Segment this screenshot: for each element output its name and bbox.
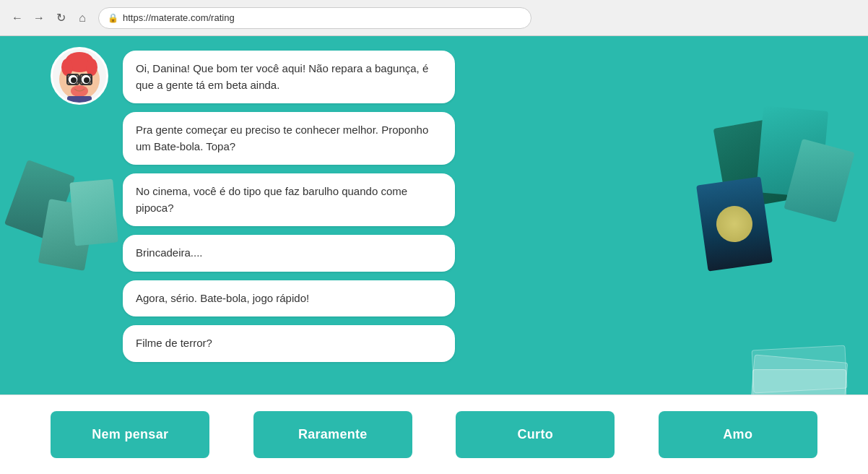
svg-rect-12: [67, 96, 92, 103]
svg-point-3: [86, 59, 97, 76]
url-text: https://materate.com/rating: [123, 12, 235, 23]
nem-pensar-button[interactable]: Nem pensar: [51, 411, 209, 458]
amo-button[interactable]: Amo: [659, 411, 817, 458]
et-moon: [714, 204, 755, 244]
browser-chrome: ← → ↻ ⌂ 🔒 https://materate.com/rating: [0, 0, 868, 36]
et-poster: [696, 176, 773, 271]
avatar: [51, 47, 108, 105]
money-stack: [752, 348, 846, 380]
nav-buttons: ← → ↻ ⌂: [9, 9, 91, 27]
home-button[interactable]: ⌂: [74, 9, 91, 27]
message-bubble-5: Agora, sério. Bate-bola, jogo rápido!: [123, 280, 455, 317]
svg-point-6: [71, 77, 77, 83]
forward-button[interactable]: →: [30, 9, 48, 27]
curto-button[interactable]: Curto: [456, 411, 615, 458]
raramente-button[interactable]: Raramente: [253, 411, 412, 458]
address-bar[interactable]: 🔒 https://materate.com/rating: [98, 7, 531, 29]
messages-container: Oi, Danina! Que bom ter você aqui! Não r…: [123, 51, 455, 362]
message-bubble-3: No cinema, você é do tipo que faz barulh…: [123, 173, 455, 226]
back-button[interactable]: ←: [9, 9, 26, 27]
message-bubble-2: Pra gente começar eu preciso te conhecer…: [123, 112, 455, 165]
lock-icon: 🔒: [108, 13, 118, 23]
message-bubble-6: Filme de terror?: [123, 325, 455, 362]
decorative-poster-3: [69, 179, 118, 246]
action-area: Nem pensar Raramente Curto Amo: [0, 395, 868, 474]
svg-point-2: [61, 59, 73, 76]
avatar-container: [51, 47, 108, 105]
message-bubble-1: Oi, Danina! Que bom ter você aqui! Não r…: [123, 51, 455, 103]
reload-button[interactable]: ↻: [52, 9, 69, 27]
chat-area: Oi, Danina! Que bom ter você aqui! Não r…: [0, 36, 868, 395]
svg-point-7: [84, 77, 90, 83]
message-bubble-4: Brincadeira....: [123, 235, 455, 272]
avatar-svg: [53, 49, 106, 103]
app-container: Oi, Danina! Que bom ter você aqui! Não r…: [0, 36, 868, 474]
